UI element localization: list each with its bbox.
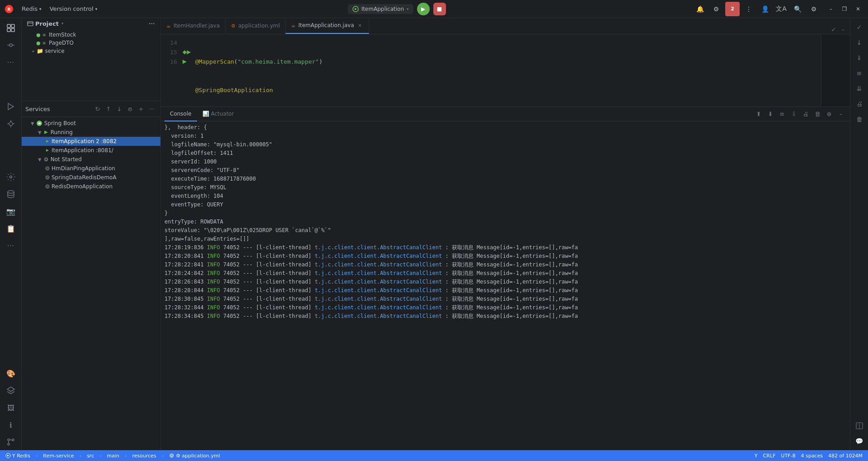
log-thread: [l-client-thread] <box>256 270 311 276</box>
services-more-icon[interactable]: ··· <box>147 104 157 114</box>
activity-more-icon[interactable]: ··· <box>3 54 19 70</box>
window-minimize-button[interactable]: – <box>825 3 837 15</box>
tree-spring-boot[interactable]: ▼ Spring Boot <box>22 119 160 128</box>
tree-item-app-1[interactable]: ItemApplication :8081/ <box>22 146 160 155</box>
tree-not-started[interactable]: ▼ Not Started <box>22 155 160 164</box>
tree-running[interactable]: ▼ Running <box>22 128 160 137</box>
project-label: Project <box>35 20 59 27</box>
activity-image-icon[interactable]: 🖼 <box>3 400 19 416</box>
tree-sdr[interactable]: SpringDataRedisDemoA <box>22 173 160 182</box>
services-refresh-icon[interactable]: ↻ <box>93 104 103 114</box>
more-actions-icon[interactable]: ⋮ <box>741 2 756 16</box>
services-expand-icon[interactable]: ↑ <box>103 104 113 114</box>
activity-project-icon[interactable] <box>3 20 19 36</box>
right-tool-list-icon[interactable]: ≡ <box>852 66 867 80</box>
log-plain: logfileOffset: 1411 <box>164 150 233 156</box>
tab-hide-icon[interactable]: – <box>840 25 847 34</box>
window-maximize-button[interactable]: ❐ <box>838 3 851 15</box>
tab-itemapp-close[interactable]: ✕ <box>357 22 363 28</box>
services-filter-icon[interactable]: ⊜ <box>125 104 135 114</box>
services-add-icon[interactable]: + <box>136 104 146 114</box>
tab-application-yml[interactable]: ⚙ application.yml <box>225 18 286 34</box>
activity-run-icon[interactable] <box>3 98 19 115</box>
activity-info-icon[interactable]: ℹ <box>3 417 19 433</box>
chat-icon[interactable]: 💬 <box>852 434 867 448</box>
status-utf8[interactable]: UTF-8 <box>779 450 797 461</box>
menu-version-control[interactable]: Version control ▾ <box>46 4 101 14</box>
translate-icon[interactable]: 文A <box>774 2 788 16</box>
activity-commit-icon[interactable] <box>3 37 19 53</box>
console-add-icon[interactable]: ⊕ <box>824 109 835 120</box>
item-app-2-run-icon <box>45 139 50 144</box>
status-redis[interactable]: Y Redis <box>4 450 32 461</box>
console-content[interactable]: }, header: { version: 1 logfileName: "my… <box>161 121 850 450</box>
activity-layers-icon[interactable] <box>3 382 19 399</box>
console-scroll-top-icon[interactable]: ⬆ <box>753 109 764 120</box>
window-close-button[interactable]: ✕ <box>852 3 864 15</box>
project-arrow: ▾ <box>61 21 64 26</box>
log-plain: logfileName: "mysql-bin.000005" <box>164 141 272 148</box>
status-src[interactable]: src <box>85 450 96 461</box>
log-plain: eventLength: 104 <box>164 193 223 199</box>
right-tool-print-icon[interactable]: 🖨 <box>852 97 867 111</box>
activity-database-icon[interactable] <box>3 186 19 202</box>
tree-redis-demo[interactable]: RedisDemoApplication <box>22 182 160 191</box>
activity-settings-icon[interactable] <box>3 169 19 185</box>
activity-paintbrush-icon[interactable]: 🎨 <box>3 365 19 382</box>
console-clear-icon[interactable]: 🗑 <box>812 109 823 120</box>
notifications-icon[interactable]: 🔔 <box>693 2 707 16</box>
project-item-service[interactable]: ▸ 📁 service <box>22 47 160 55</box>
run-config-selector[interactable]: ItemApplication ▾ <box>348 4 413 14</box>
log-time: 17:28:19:836 <box>164 244 204 251</box>
search-icon[interactable]: 🔍 <box>790 2 805 16</box>
plugins-icon[interactable]: 2 <box>725 2 740 16</box>
right-tool-down-icon[interactable]: ↓ <box>852 35 867 50</box>
tab-actuator[interactable]: 📊 Actuator <box>197 107 239 121</box>
not-started-chevron: ▼ <box>38 157 42 162</box>
activity-debug-icon[interactable] <box>3 116 19 132</box>
settings-icon[interactable]: ⚙ <box>709 2 723 16</box>
tab-itemapplication[interactable]: ☕ ItemApplication.java ✕ <box>286 18 369 34</box>
right-tool-align-icon[interactable]: ⇊ <box>852 81 867 96</box>
activity-more2-icon[interactable]: ··· <box>3 237 19 254</box>
console-filter-icon[interactable]: ⇩ <box>788 109 799 120</box>
console-print-icon[interactable]: 🖨 <box>800 109 811 120</box>
tab-console[interactable]: Console <box>164 107 197 121</box>
gear-settings-icon[interactable]: ⚙ <box>807 2 821 16</box>
status-item-service[interactable]: Item-service <box>41 450 75 461</box>
status-resources[interactable]: resources <box>131 450 158 461</box>
status-crlf[interactable]: CRLF <box>761 450 778 461</box>
tab-checkmark-icon[interactable]: ✓ <box>830 25 838 34</box>
menu-redis-arrow: ▾ <box>39 7 42 11</box>
run-button[interactable]: ▶ <box>417 3 430 15</box>
activity-clipboard-icon[interactable]: 📋 <box>3 220 19 237</box>
status-memory[interactable]: 482 of 1024M <box>826 450 864 461</box>
status-encoding-y[interactable]: Y <box>753 450 760 461</box>
activity-camera-icon[interactable]: 📷 <box>3 203 19 219</box>
status-yml[interactable]: ⚙ application.yml <box>167 450 222 461</box>
project-item-pagedto[interactable]: ● ≋ PageDTO <box>22 39 160 47</box>
services-collapse-icon[interactable]: ↓ <box>114 104 124 114</box>
activity-git-icon[interactable] <box>3 434 19 450</box>
tree-hmdp[interactable]: HmDianPingApplication <box>22 164 160 173</box>
right-panel-icon[interactable] <box>852 419 867 433</box>
status-main[interactable]: main <box>105 450 121 461</box>
right-tool-down2-icon[interactable]: ⇓ <box>852 51 867 65</box>
menu-redis[interactable]: Redis ▾ <box>18 4 45 14</box>
account-icon[interactable]: 👤 <box>758 2 772 16</box>
console-scroll-bottom-icon[interactable]: ⬇ <box>765 109 776 120</box>
tree-item-app-2[interactable]: ItemApplication 2 :8082 <box>22 137 160 146</box>
right-tool-checkmark-icon[interactable]: ✓ <box>852 20 867 34</box>
item-app-1-run-icon <box>45 148 50 153</box>
tab-itemhandler[interactable]: ☕ ItemHandler.java <box>161 18 225 34</box>
console-wrap-icon[interactable]: ≡ <box>777 109 788 120</box>
log-pid: 74052 <box>223 270 239 276</box>
stop-button[interactable]: ■ <box>433 3 446 15</box>
project-options-icon[interactable]: ⋯ <box>149 20 155 27</box>
project-item-itemstock[interactable]: ● ≋ ItemStock <box>22 31 160 39</box>
log-colon: : 获取消息 Message[id=-1,entries=[],raw=fa <box>445 244 578 251</box>
console-collapse-icon[interactable]: – <box>835 109 846 120</box>
right-tool-trash-icon[interactable]: 🗑 <box>852 112 867 126</box>
status-spaces[interactable]: 4 spaces <box>799 450 825 461</box>
code-content[interactable]: @MapperScan("com.heima.item.mapper") @Sp… <box>192 34 821 107</box>
